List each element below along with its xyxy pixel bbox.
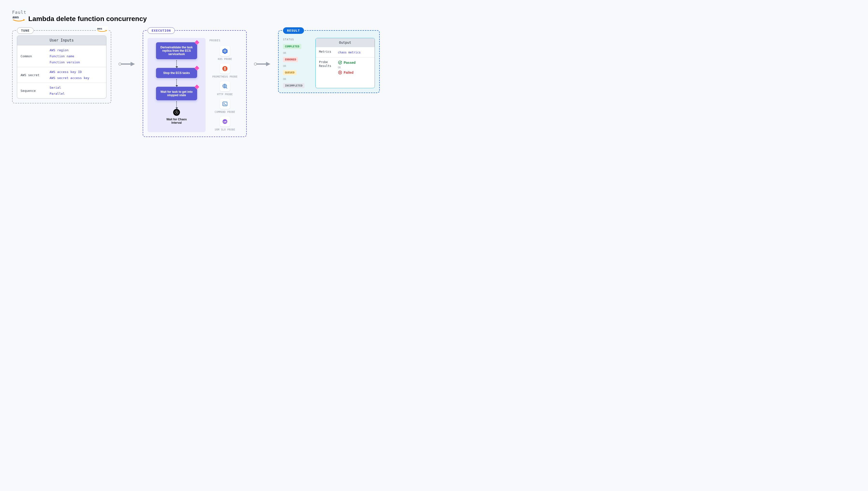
- probe-label: SRM SLO PROBE: [215, 128, 235, 131]
- probe-label: K8S PROBE: [218, 58, 232, 61]
- flow-step-text: Derive/validate the task replica from th…: [160, 46, 192, 56]
- status-completed: COMPLETED: [283, 44, 301, 49]
- input-row-common: Common AWS region Function name Function…: [17, 45, 106, 67]
- probe-k8s: K8S PROBE: [218, 46, 232, 61]
- input-value: Parallel: [50, 92, 103, 95]
- result-failed: Failed: [338, 70, 371, 75]
- status-column: STATUS COMPLETED OR ERRORED OR QUEUED OR…: [283, 38, 312, 88]
- result-panel: RESULT STATUS COMPLETED OR ERRORED OR QU…: [278, 30, 380, 93]
- passed-text: Passed: [344, 61, 355, 64]
- kicker-label: Fault: [12, 10, 856, 15]
- output-row-metrics: Metrics chaos metrics: [316, 47, 375, 57]
- prometheus-icon: [220, 63, 230, 74]
- row-label: AWS secret: [21, 70, 47, 80]
- probe-http: HTTP PROBE: [217, 81, 233, 96]
- status-queued: QUEUED: [283, 70, 297, 75]
- wait-label: Wait for Chaos Interval: [163, 118, 190, 124]
- flow-step-text: Stop the ECS tasks: [163, 71, 190, 75]
- result-passed: Passed: [338, 60, 371, 65]
- wait-step: Wait for Chaos Interval: [163, 109, 190, 124]
- flow-step-text: Wait for task to get into stopped state: [161, 90, 193, 97]
- check-circle-icon: [338, 60, 342, 65]
- svg-rect-13: [223, 102, 227, 106]
- output-title: Output: [316, 38, 375, 47]
- execution-panel: EXECUTION Derive/validate the task repli…: [143, 30, 247, 137]
- input-value: AWS access key ID: [50, 70, 103, 74]
- flow-arrow-icon: [176, 79, 177, 86]
- probes-column: PROBES K8S PROBE PROMETHEUS PROBE HTTP P…: [208, 38, 242, 132]
- aws-logo-icon: aws: [12, 15, 25, 23]
- svg-point-2: [119, 63, 121, 65]
- svg-marker-19: [266, 62, 270, 66]
- flow-step-2: Stop the ECS tasks: [156, 68, 197, 78]
- or-label: OR: [283, 64, 312, 68]
- flow-step-1: Derive/validate the task replica from th…: [156, 42, 197, 59]
- input-value: AWS region: [50, 48, 103, 52]
- output-card: Output Metrics chaos metrics Probe Resul…: [315, 38, 375, 88]
- input-value: AWS secret access key: [50, 76, 103, 80]
- input-value: Function name: [50, 54, 103, 58]
- input-value: Serial: [50, 86, 103, 89]
- status-title: STATUS: [283, 38, 312, 41]
- metrics-label: Metrics: [319, 50, 336, 54]
- svg-text:aws: aws: [97, 27, 102, 30]
- probes-title: PROBES: [210, 39, 221, 42]
- input-value: Function version: [50, 60, 103, 64]
- result-tag: RESULT: [283, 27, 304, 34]
- metrics-value: chaos metrics: [338, 51, 361, 54]
- flow-step-3: Wait for task to get into stopped state: [156, 87, 197, 100]
- row-label: Common: [21, 48, 47, 64]
- page-title: Lambda delete function concurrency: [28, 15, 147, 23]
- probe-label: HTTP PROBE: [217, 93, 233, 96]
- status-incompleted: INCOMPLETED: [283, 83, 304, 88]
- flow-arrow-icon: [176, 60, 177, 67]
- diagram-canvas: TUNE aws User Inputs Common AWS region F…: [12, 30, 856, 137]
- input-row-aws-secret: AWS secret AWS access key ID AWS secret …: [17, 67, 106, 83]
- tune-tag: TUNE: [17, 27, 34, 34]
- svg-marker-4: [131, 62, 135, 66]
- execution-tag: EXECUTION: [147, 27, 175, 34]
- clock-icon: [173, 109, 180, 116]
- user-inputs-title: User Inputs: [17, 36, 106, 45]
- failed-text: Failed: [344, 70, 353, 75]
- globe-icon: [220, 81, 230, 91]
- page-header: Fault aws Lambda delete function concurr…: [12, 10, 856, 23]
- flow-arrow-icon: [176, 101, 177, 108]
- probe-prometheus: PROMETHEUS PROBE: [212, 63, 238, 78]
- svg-point-17: [254, 63, 256, 65]
- or-label: OR: [283, 78, 312, 81]
- row-label: Sequence: [21, 86, 47, 95]
- probe-srm-slo: SRM SLO PROBE: [215, 116, 235, 131]
- execution-flow: Derive/validate the task replica from th…: [147, 38, 206, 132]
- tune-panel: TUNE aws User Inputs Common AWS region F…: [12, 30, 111, 104]
- arrow-execution-to-result: [254, 30, 271, 98]
- x-circle-icon: [338, 70, 342, 75]
- or-label: OR: [338, 66, 371, 69]
- k8s-icon: [220, 46, 230, 56]
- gauge-icon: [220, 116, 230, 126]
- output-row-probe-results: Probe Results Passed OR Failed: [316, 57, 375, 78]
- arrow-right-icon: [118, 61, 135, 67]
- probe-label: PROMETHEUS PROBE: [212, 75, 238, 78]
- or-label: OR: [283, 52, 312, 55]
- aws-logo-icon: aws: [96, 26, 108, 33]
- probe-command: COMMAND PROBE: [215, 99, 235, 114]
- terminal-icon: [220, 99, 230, 109]
- arrow-tune-to-execution: [118, 30, 135, 98]
- arrow-right-icon: [254, 61, 271, 67]
- status-errored: ERRORED: [283, 57, 298, 62]
- svg-text:aws: aws: [12, 16, 19, 19]
- input-row-sequence: Sequence Serial Parallel: [17, 83, 106, 98]
- probe-results-label: Probe Results: [319, 60, 336, 75]
- user-inputs-card: User Inputs Common AWS region Function n…: [17, 35, 106, 98]
- probe-label: COMMAND PROBE: [215, 110, 235, 114]
- svg-point-11: [222, 66, 227, 71]
